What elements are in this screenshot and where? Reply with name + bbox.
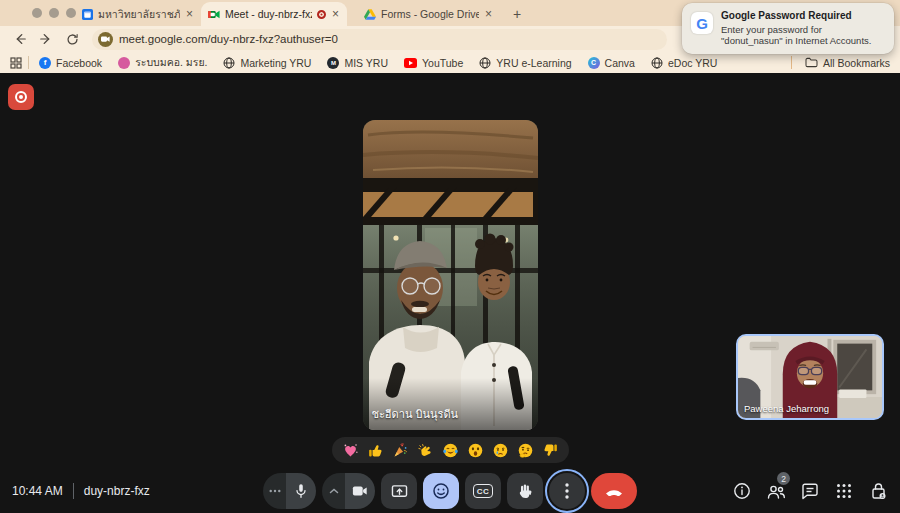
- youtube-icon: [404, 58, 417, 68]
- bookmark-label: eDoc YRU: [668, 57, 717, 69]
- clock-text: 10:44 AM: [12, 484, 63, 498]
- thumbs-up-emoji[interactable]: [367, 442, 384, 459]
- host-controls-icon[interactable]: [868, 481, 888, 501]
- all-bookmarks-button[interactable]: All Bookmarks: [791, 56, 890, 69]
- bookmark-label: Canva: [605, 57, 635, 69]
- party-popper-emoji[interactable]: [392, 442, 409, 459]
- camera-control[interactable]: [322, 473, 375, 509]
- joy-emoji[interactable]: [442, 442, 459, 459]
- bookmarks-bar: f Facebook ระบบมคอ. มรย. Marketing YRU M…: [0, 52, 900, 73]
- crying-emoji[interactable]: [492, 442, 509, 459]
- sparkling-heart-emoji[interactable]: [342, 442, 359, 459]
- self-view-tile[interactable]: Paweena Jeharrong: [736, 334, 884, 420]
- meeting-code-text: duy-nbrz-fxz: [84, 484, 150, 498]
- people-button[interactable]: 2: [766, 481, 786, 501]
- divider: [73, 483, 74, 499]
- bookmark-tqf[interactable]: ระบบมคอ. มรย.: [118, 54, 207, 71]
- present-screen-button[interactable]: [381, 473, 417, 509]
- self-name-label: Paweena Jeharrong: [744, 403, 829, 414]
- pink-site-icon: [118, 57, 130, 69]
- video-options-icon[interactable]: [322, 473, 345, 509]
- bookmark-yru-elearning[interactable]: YRU e-Learning: [479, 57, 571, 69]
- activities-grid-button[interactable]: [834, 481, 854, 501]
- right-panel-controls: 2: [732, 481, 888, 501]
- captions-icon: CC: [473, 484, 493, 498]
- bookmark-label: ระบบมคอ. มรย.: [135, 54, 207, 71]
- reactions-button[interactable]: [423, 473, 459, 509]
- call-controls: CC: [263, 473, 637, 509]
- divider: [791, 56, 792, 69]
- main-video-tile[interactable]: ชะฮีดาน บินนุรดีน: [363, 120, 538, 430]
- camera-icon[interactable]: [345, 473, 375, 509]
- close-tab-icon[interactable]: ×: [484, 8, 493, 20]
- surprised-emoji[interactable]: [467, 442, 484, 459]
- end-call-button[interactable]: [591, 473, 637, 509]
- facebook-icon: f: [39, 57, 51, 69]
- meet-page: ชะฮีดาน บินนุรดีน: [0, 73, 900, 513]
- audio-options-icon[interactable]: [263, 473, 286, 509]
- tab-calendar[interactable]: มหาวิทยาลัยราชภัฏยะลา - Calen ×: [74, 2, 201, 26]
- camera-in-use-icon[interactable]: [98, 32, 113, 47]
- apps-grid-icon[interactable]: [10, 57, 22, 69]
- notification-body: Enter your password for "donut_nasun" in…: [721, 24, 885, 48]
- captions-button[interactable]: CC: [465, 473, 501, 509]
- bookmark-label: Facebook: [56, 57, 102, 69]
- main-video-scene: [363, 120, 538, 430]
- google-drive-icon: [364, 8, 376, 20]
- globe-icon: [479, 57, 491, 69]
- tab-meet[interactable]: Meet - duy-nbrz-fxz ×: [201, 2, 347, 26]
- zoom-window-button[interactable]: [66, 8, 76, 18]
- all-bookmarks-label: All Bookmarks: [823, 57, 890, 69]
- bookmark-edoc-yru[interactable]: eDoc YRU: [651, 57, 717, 69]
- bookmark-canva[interactable]: C Canva: [588, 57, 635, 69]
- folder-icon: [805, 57, 818, 68]
- globe-icon: [223, 57, 235, 69]
- bookmark-youtube[interactable]: YouTube: [404, 57, 463, 69]
- forward-button[interactable]: [34, 28, 58, 50]
- close-window-button[interactable]: [32, 8, 42, 18]
- more-options-button[interactable]: [549, 473, 585, 509]
- meeting-meta: 10:44 AM duy-nbrz-fxz: [12, 483, 150, 499]
- dark-site-icon: M: [327, 57, 339, 69]
- clapping-hands-emoji[interactable]: [417, 442, 434, 459]
- thinking-emoji[interactable]: [517, 442, 534, 459]
- chat-button[interactable]: [800, 481, 820, 501]
- tab-recording-icon: [317, 10, 326, 19]
- reload-button[interactable]: [60, 28, 84, 50]
- tab-forms[interactable]: Forms - Google Drive ×: [357, 2, 500, 26]
- bookmark-label: MIS YRU: [344, 57, 388, 69]
- google-meet-icon: [208, 8, 220, 20]
- back-button[interactable]: [8, 28, 32, 50]
- microphone-icon[interactable]: [286, 473, 316, 509]
- address-bar[interactable]: meet.google.com/duy-nbrz-fxz?authuser=0: [92, 29, 667, 50]
- bookmark-label: Marketing YRU: [240, 57, 311, 69]
- bookmark-mis-yru[interactable]: M MIS YRU: [327, 57, 388, 69]
- close-tab-icon[interactable]: ×: [185, 8, 194, 20]
- password-notification[interactable]: G Google Password Required Enter your pa…: [682, 3, 894, 54]
- globe-icon: [651, 57, 663, 69]
- bookmark-marketing-yru[interactable]: Marketing YRU: [223, 57, 311, 69]
- google-calendar-icon: [81, 8, 93, 20]
- canva-icon: C: [588, 57, 600, 69]
- url-text[interactable]: meet.google.com/duy-nbrz-fxz?authuser=0: [119, 33, 338, 45]
- tab-title: Meet - duy-nbrz-fxz: [225, 8, 312, 20]
- bookmark-facebook[interactable]: f Facebook: [39, 57, 102, 69]
- meeting-info-button[interactable]: [732, 481, 752, 501]
- close-tab-icon[interactable]: ×: [331, 8, 340, 20]
- window-controls: [32, 8, 76, 18]
- thumbs-down-emoji[interactable]: [542, 442, 559, 459]
- reactions-bar: [332, 437, 569, 463]
- bookmark-label: YouTube: [422, 57, 463, 69]
- screen: มหาวิทยาลัยราชภัฏยะลา - Calen × Meet - d…: [0, 0, 900, 513]
- control-bar: 10:44 AM duy-nbrz-fxz: [0, 469, 900, 513]
- notification-title: Google Password Required: [721, 10, 885, 23]
- raise-hand-button[interactable]: [507, 473, 543, 509]
- tab-title: Forms - Google Drive: [381, 8, 479, 20]
- new-tab-button[interactable]: +: [506, 3, 528, 25]
- participants-count-badge: 2: [777, 472, 790, 485]
- microphone-control[interactable]: [263, 473, 316, 509]
- bookmark-label: YRU e-Learning: [496, 57, 571, 69]
- tab-title: มหาวิทยาลัยราชภัฏยะลา - Calen: [98, 6, 180, 23]
- minimize-window-button[interactable]: [49, 8, 59, 18]
- divider: [28, 56, 29, 69]
